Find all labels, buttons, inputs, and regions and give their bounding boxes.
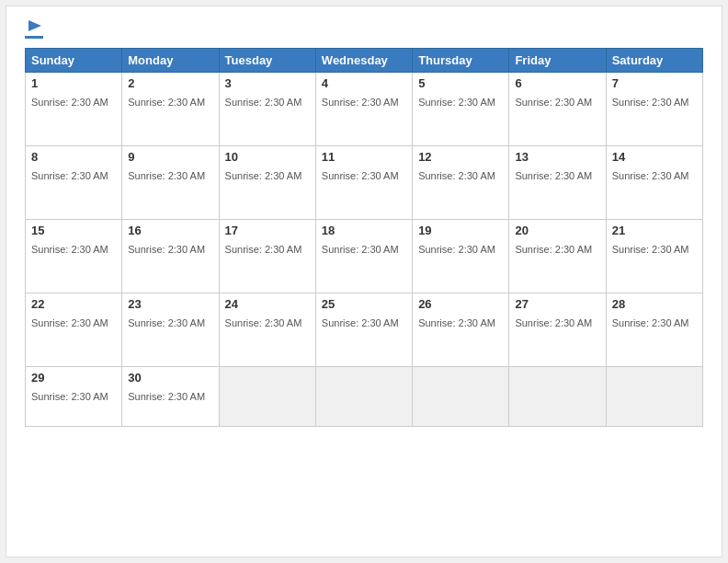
calendar-cell: 15Sunrise: 2:30 AM	[26, 220, 122, 293]
sunrise-info: Sunrise: 2:30 AM	[31, 170, 108, 181]
day-number: 3	[225, 76, 310, 90]
calendar-cell: 29Sunrise: 2:30 AM	[26, 367, 122, 427]
day-number: 26	[418, 297, 503, 311]
day-number: 14	[612, 150, 697, 164]
calendar-cell: 7Sunrise: 2:30 AM	[606, 73, 702, 146]
day-number: 2	[128, 76, 212, 90]
header-sunday: Sunday	[26, 49, 122, 73]
calendar-cell: 22Sunrise: 2:30 AM	[26, 293, 122, 367]
header-tuesday: Tuesday	[219, 49, 315, 73]
sunrise-info: Sunrise: 2:30 AM	[31, 391, 108, 402]
calendar-cell	[606, 367, 702, 427]
sunrise-info: Sunrise: 2:30 AM	[225, 170, 302, 181]
day-number: 21	[612, 224, 697, 237]
sunrise-info: Sunrise: 2:30 AM	[515, 244, 592, 255]
sunrise-info: Sunrise: 2:30 AM	[31, 317, 108, 328]
sunrise-info: Sunrise: 2:30 AM	[612, 97, 689, 108]
day-number: 29	[31, 371, 116, 385]
sunrise-info: Sunrise: 2:30 AM	[31, 97, 108, 108]
calendar-cell: 27Sunrise: 2:30 AM	[509, 293, 606, 367]
sunrise-info: Sunrise: 2:30 AM	[418, 317, 495, 328]
calendar-cell: 12Sunrise: 2:30 AM	[413, 146, 509, 220]
day-number: 22	[31, 297, 116, 311]
calendar-cell: 23Sunrise: 2:30 AM	[122, 293, 219, 367]
day-number: 12	[418, 150, 503, 164]
calendar-cell: 1Sunrise: 2:30 AM	[26, 73, 122, 146]
calendar-cell: 30Sunrise: 2:30 AM	[122, 367, 219, 427]
calendar-page: Sunday Monday Tuesday Wednesday Thursday…	[6, 6, 722, 557]
calendar-cell: 2Sunrise: 2:30 AM	[122, 73, 219, 146]
svg-marker-0	[28, 20, 41, 31]
header-area	[25, 20, 703, 39]
day-number: 6	[515, 76, 599, 90]
logo-flag-icon	[27, 18, 43, 35]
calendar-cell: 18Sunrise: 2:30 AM	[315, 220, 412, 293]
calendar-cell: 5Sunrise: 2:30 AM	[413, 73, 509, 146]
calendar-week-row: 1Sunrise: 2:30 AM2Sunrise: 2:30 AM3Sunri…	[26, 73, 703, 146]
header-saturday: Saturday	[606, 49, 702, 73]
sunrise-info: Sunrise: 2:30 AM	[322, 317, 399, 328]
calendar-table: Sunday Monday Tuesday Wednesday Thursday…	[25, 48, 703, 427]
sunrise-info: Sunrise: 2:30 AM	[418, 244, 495, 255]
calendar-cell: 8Sunrise: 2:30 AM	[26, 146, 122, 220]
sunrise-info: Sunrise: 2:30 AM	[322, 97, 399, 108]
weekday-header-row: Sunday Monday Tuesday Wednesday Thursday…	[26, 49, 703, 73]
calendar-cell: 26Sunrise: 2:30 AM	[413, 293, 509, 367]
sunrise-info: Sunrise: 2:30 AM	[128, 317, 205, 328]
day-number: 17	[225, 224, 310, 237]
calendar-week-row: 29Sunrise: 2:30 AM30Sunrise: 2:30 AM	[26, 367, 703, 427]
sunrise-info: Sunrise: 2:30 AM	[322, 244, 399, 255]
day-number: 15	[31, 224, 116, 237]
day-number: 11	[322, 150, 406, 164]
sunrise-info: Sunrise: 2:30 AM	[612, 170, 689, 181]
sunrise-info: Sunrise: 2:30 AM	[128, 391, 205, 402]
sunrise-info: Sunrise: 2:30 AM	[515, 317, 592, 328]
calendar-cell: 4Sunrise: 2:30 AM	[315, 73, 412, 146]
sunrise-info: Sunrise: 2:30 AM	[515, 170, 592, 181]
day-number: 16	[128, 224, 212, 237]
calendar-cell: 21Sunrise: 2:30 AM	[606, 220, 702, 293]
day-number: 8	[31, 150, 116, 164]
logo-underline	[25, 36, 43, 39]
header-thursday: Thursday	[413, 49, 509, 73]
calendar-cell: 20Sunrise: 2:30 AM	[509, 220, 606, 293]
day-number: 7	[612, 76, 697, 90]
logo	[25, 20, 43, 39]
sunrise-info: Sunrise: 2:30 AM	[128, 97, 205, 108]
sunrise-info: Sunrise: 2:30 AM	[612, 244, 689, 255]
day-number: 25	[322, 297, 406, 311]
sunrise-info: Sunrise: 2:30 AM	[418, 97, 495, 108]
calendar-cell: 13Sunrise: 2:30 AM	[509, 146, 606, 220]
calendar-cell	[509, 367, 606, 427]
sunrise-info: Sunrise: 2:30 AM	[515, 97, 592, 108]
calendar-cell: 25Sunrise: 2:30 AM	[315, 293, 412, 367]
day-number: 28	[612, 297, 697, 311]
calendar-cell: 17Sunrise: 2:30 AM	[219, 220, 315, 293]
day-number: 19	[418, 224, 503, 237]
sunrise-info: Sunrise: 2:30 AM	[31, 244, 108, 255]
calendar-cell: 28Sunrise: 2:30 AM	[606, 293, 702, 367]
sunrise-info: Sunrise: 2:30 AM	[128, 244, 205, 255]
header-wednesday: Wednesday	[315, 49, 412, 73]
sunrise-info: Sunrise: 2:30 AM	[612, 317, 689, 328]
header-monday: Monday	[122, 49, 219, 73]
day-number: 20	[515, 224, 599, 237]
calendar-cell: 19Sunrise: 2:30 AM	[413, 220, 509, 293]
calendar-cell: 14Sunrise: 2:30 AM	[606, 146, 702, 220]
calendar-cell	[413, 367, 509, 427]
calendar-cell: 24Sunrise: 2:30 AM	[219, 293, 315, 367]
calendar-week-row: 15Sunrise: 2:30 AM16Sunrise: 2:30 AM17Su…	[26, 220, 703, 293]
day-number: 27	[515, 297, 599, 311]
calendar-cell: 11Sunrise: 2:30 AM	[315, 146, 412, 220]
calendar-cell: 3Sunrise: 2:30 AM	[219, 73, 315, 146]
day-number: 1	[31, 76, 116, 90]
day-number: 13	[515, 150, 599, 164]
day-number: 10	[225, 150, 310, 164]
calendar-cell: 16Sunrise: 2:30 AM	[122, 220, 219, 293]
sunrise-info: Sunrise: 2:30 AM	[225, 97, 302, 108]
day-number: 24	[225, 297, 310, 311]
day-number: 23	[128, 297, 212, 311]
calendar-cell: 9Sunrise: 2:30 AM	[122, 146, 219, 220]
sunrise-info: Sunrise: 2:30 AM	[322, 170, 399, 181]
sunrise-info: Sunrise: 2:30 AM	[225, 317, 302, 328]
